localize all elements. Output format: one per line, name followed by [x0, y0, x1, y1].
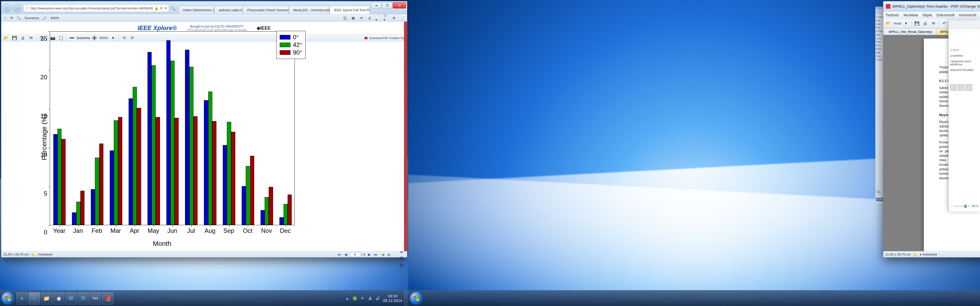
open-icon[interactable]: 📂 [885, 20, 892, 27]
safety-menu-icon[interactable]: 🛡▾ [383, 16, 388, 20]
word-footer-btn-1[interactable]: Sa [876, 190, 881, 194]
browser-tab[interactable]: aaltodoc.aalto.fi✕ [215, 6, 243, 14]
print-icon[interactable]: 🖨 [367, 16, 372, 20]
nav-item-fragment[interactable]: Plan [876, 40, 884, 44]
avatar[interactable] [958, 84, 964, 91]
bar [212, 121, 216, 225]
nav-item-fragment[interactable]: Late [876, 22, 884, 26]
open-label[interactable]: Avaa [893, 21, 901, 25]
page-menu-icon[interactable]: 📄▾ [375, 16, 380, 20]
start-button[interactable] [2, 292, 14, 305]
pdf-sidebar-strip[interactable] [404, 22, 407, 251]
tray-expand-icon[interactable]: ▴ [345, 296, 350, 301]
zoom-in-icon[interactable]: 🔍 [16, 16, 21, 20]
nav-item-fragment[interactable]: • Sum [876, 15, 884, 19]
taskbar-clock[interactable]: 10:1005.12.2014 [383, 294, 402, 303]
y-tick-label: 10 [14, 151, 47, 159]
refresh-button[interactable]: ⟳ [160, 6, 163, 10]
close-button[interactable]: ✕ [393, 2, 406, 8]
options-label[interactable]: Asetukset [38, 252, 52, 256]
options-label[interactable]: ▸ Asetukset [920, 252, 937, 256]
first-page-button[interactable]: ⏮ [337, 252, 342, 257]
avatar[interactable] [966, 84, 972, 91]
nav-item-fragment[interactable]: • Onli [876, 58, 884, 62]
browser-tab[interactable]: Helen Sähköverkko Oy✕ [179, 6, 215, 14]
tools-icon[interactable]: ⚙ [392, 16, 396, 20]
task-pdf[interactable]: 📕 [102, 292, 113, 304]
search-button[interactable]: 🔍 [170, 6, 176, 11]
back-button[interactable]: ← [3, 4, 11, 13]
prev-page-button[interactable]: ◀ [343, 252, 348, 257]
nav-item-fragment[interactable]: Turn [876, 55, 884, 58]
bar [148, 52, 151, 225]
minimize-button[interactable]: ━ [371, 2, 382, 8]
menu-item[interactable]: Dokumentti [937, 13, 955, 17]
legend-entry: 42° [280, 41, 302, 48]
nav-item-fragment[interactable]: Posi [876, 44, 884, 48]
zoom-in-icon[interactable]: + [968, 205, 970, 208]
next-view-button[interactable]: ▶ [387, 252, 392, 257]
menu-item[interactable]: Näytä [923, 13, 932, 17]
print-icon[interactable]: 🖨 [921, 20, 929, 27]
task-ie-active[interactable]: e [29, 292, 40, 304]
stop-button[interactable]: ✕ [164, 6, 167, 10]
task-chrome[interactable]: ◉ [53, 292, 64, 304]
start-button[interactable] [410, 292, 423, 305]
home-icon[interactable]: 🏠 [343, 16, 347, 20]
task-word[interactable]: W [65, 292, 76, 304]
menu-item[interactable]: Muokkaa [904, 13, 918, 17]
nav-item-fragment[interactable]: RSS [876, 48, 884, 51]
menu-item[interactable]: Tiedosto [885, 13, 899, 17]
browser-tab[interactable]: IEEE Xplore Full-Text PDF:✕ [330, 6, 370, 14]
prev-view-button[interactable]: ◀ [380, 252, 385, 257]
bar [227, 122, 231, 225]
task-explorer[interactable]: 📁 [41, 292, 52, 304]
nav-item-fragment[interactable]: • Pois [876, 30, 884, 33]
bar [246, 166, 250, 225]
last-page-button[interactable]: ⏭ [373, 252, 379, 257]
tray-network-icon[interactable]: 🖧 [368, 296, 373, 301]
address-bar[interactable]: 📄 http://ieeexplore.ieee.org.libproxy.aa… [23, 4, 169, 12]
nav-item-fragment[interactable]: Hak [876, 51, 884, 55]
favorites-add-icon[interactable]: ⧉ [11, 16, 13, 20]
feeds-icon[interactable]: ▦ [351, 16, 355, 20]
help-icon[interactable]: ❔ [400, 16, 404, 20]
maximize-button[interactable]: ❐ [382, 2, 392, 8]
zoom-slider[interactable]: − + 100 % [950, 205, 978, 208]
layout-facing-icon[interactable]: ▣ [398, 254, 405, 262]
task-tex[interactable]: TeX [90, 292, 101, 304]
y-tick-label: 5 [14, 190, 47, 197]
tray-volume-icon[interactable]: 🔊 [375, 296, 380, 301]
layout-book-icon[interactable]: ▤ [398, 262, 405, 269]
nav-item-fragment[interactable]: Luvu [876, 37, 884, 40]
page-number-input[interactable] [350, 252, 360, 257]
nav-item-fragment[interactable]: Pöy [876, 26, 884, 30]
task-ie[interactable]: e [16, 292, 27, 304]
nav-item-fragment[interactable]: Sea [876, 19, 884, 22]
browser-tab[interactable]: Photovoltaic Power Generation...✕ [243, 6, 289, 14]
forward-button[interactable]: → [13, 4, 22, 13]
nav-item-fragment[interactable]: Sau [876, 33, 884, 37]
browser-tab[interactable]: MetaLib® – Aineistonvalinta✕ [289, 6, 330, 14]
tray-flag-icon[interactable]: 🏳 [360, 296, 365, 301]
open-dropdown-icon[interactable]: ▾ [902, 20, 910, 27]
download-tool-link[interactable]: 🧰 Download PDF Creation Tool [364, 36, 406, 40]
show-desktop-button[interactable] [404, 290, 408, 306]
task-outlook[interactable]: O [78, 292, 89, 304]
legend-swatch [280, 35, 290, 40]
document-tab[interactable]: WP811_Ville_Rimali_Diplomityo [885, 29, 936, 35]
mail-icon[interactable]: ✉ [359, 16, 364, 20]
menu-item[interactable]: Kommentit [959, 13, 976, 17]
x-tick-label: Jun [167, 227, 177, 234]
mail-icon[interactable]: ✉ [930, 20, 937, 27]
zoom-out-icon[interactable]: 🔎 [42, 16, 47, 20]
bar [170, 61, 175, 225]
undo-icon[interactable]: ↶ [941, 20, 948, 27]
save-icon[interactable]: 💾 [913, 20, 921, 27]
avatar[interactable] [950, 84, 957, 91]
tray-lync-icon[interactable]: 🟢 [352, 296, 358, 301]
zoom-out-icon[interactable]: − [950, 205, 952, 208]
favorites-star-icon[interactable]: ☆ [4, 16, 7, 20]
open-icon[interactable]: 📂 [3, 35, 10, 41]
next-page-button[interactable]: ▶ [367, 252, 372, 257]
